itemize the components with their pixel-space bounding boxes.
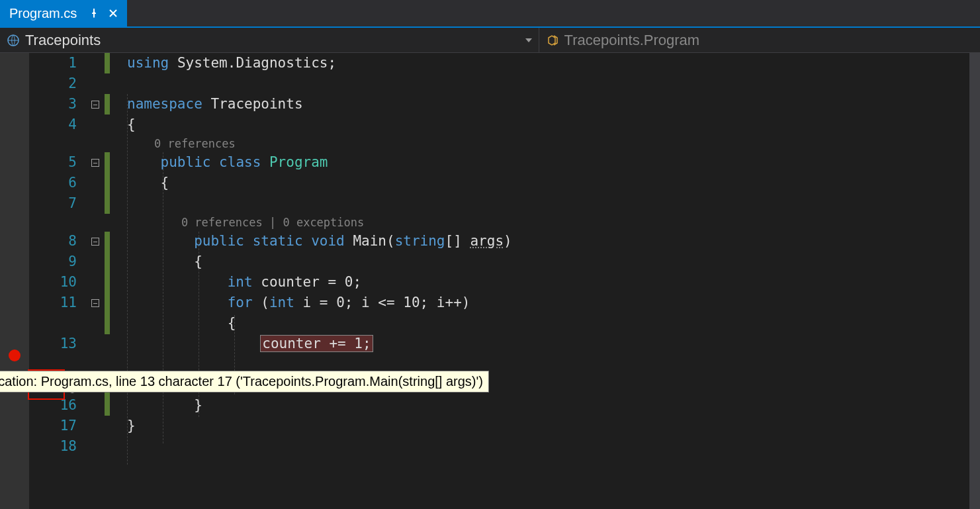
code-line[interactable]: [127, 193, 980, 214]
line-no: 3: [29, 94, 77, 115]
breakpoint-gutter[interactable]: [0, 53, 29, 509]
line-no: 17: [29, 416, 77, 436]
line-no: 11: [29, 293, 77, 313]
line-no: 13: [29, 334, 77, 354]
code-line[interactable]: {: [127, 173, 980, 193]
nav-scope-dropdown[interactable]: Tracepoints: [0, 28, 539, 52]
file-tab[interactable]: Program.cs: [0, 0, 127, 26]
code-line[interactable]: {: [127, 252, 980, 272]
line-no: 10: [29, 272, 77, 293]
editor[interactable]: 1 2 3 4 5 6 7 8 9 10 11 13 15 16 17 18: [0, 53, 980, 509]
fold-toggle-icon[interactable]: [91, 101, 99, 109]
line-no: 1: [29, 53, 77, 73]
close-icon[interactable]: [109, 9, 118, 18]
code-line[interactable]: [127, 73, 980, 94]
nav-member-text: Tracepoints.Program: [564, 32, 700, 49]
breakpoint-line-highlight: counter += 1;: [261, 336, 372, 351]
fold-toggle-icon[interactable]: [91, 299, 99, 307]
code-line[interactable]: [127, 436, 980, 457]
class-icon: [546, 34, 559, 47]
tab-title: Program.cs: [9, 6, 77, 21]
pin-icon[interactable]: [89, 8, 99, 19]
codelens[interactable]: 0 references | 0 exceptions: [127, 214, 980, 231]
vertical-scrollbar[interactable]: [969, 53, 980, 509]
code-line[interactable]: public class Program: [127, 152, 980, 173]
line-number-gutter: 1 2 3 4 5 6 7 8 9 10 11 13 15 16 17 18: [29, 53, 86, 509]
line-no: 18: [29, 436, 77, 457]
chevron-down-icon: [525, 38, 532, 42]
breakpoint-marker-icon[interactable]: [9, 349, 21, 361]
line-no: 6: [29, 173, 77, 193]
fold-gutter[interactable]: [86, 53, 105, 509]
line-no: 8: [29, 231, 77, 252]
codelens[interactable]: 0 references: [127, 135, 980, 152]
line-no: 2: [29, 73, 77, 94]
code-line[interactable]: for (int i = 0; i <= 10; i++): [127, 293, 980, 313]
code-line[interactable]: counter += 1;: [127, 334, 980, 354]
code-line[interactable]: }: [127, 395, 980, 416]
line-no: 7: [29, 193, 77, 214]
line-no: 5: [29, 152, 77, 173]
nav-member-dropdown[interactable]: Tracepoints.Program: [539, 28, 980, 52]
nav-scope-text: Tracepoints: [25, 32, 101, 49]
code-line[interactable]: public static void Main(string[] args): [127, 231, 980, 252]
breakpoint-tooltip: Location: Program.cs, line 13 character …: [0, 371, 489, 393]
line-no: 4: [29, 115, 77, 135]
nav-bar: Tracepoints Tracepoints.Program: [0, 28, 980, 53]
code-area[interactable]: using System.Diagnostics; namespace Trac…: [105, 53, 980, 509]
tooltip-text: Location: Program.cs, line 13 character …: [0, 374, 483, 389]
code-line[interactable]: {: [127, 115, 980, 135]
code-line[interactable]: namespace Tracepoints: [127, 94, 980, 115]
namespace-icon: [7, 34, 20, 47]
code-line[interactable]: using System.Diagnostics;: [127, 53, 980, 73]
fold-toggle-icon[interactable]: [91, 159, 99, 167]
line-no-spacer: [29, 214, 77, 231]
code-line[interactable]: {: [127, 313, 980, 334]
line-no-spacer: [29, 135, 77, 152]
code-line[interactable]: }: [127, 416, 980, 436]
fold-toggle-icon[interactable]: [91, 238, 99, 246]
line-no: [29, 313, 77, 334]
tab-bar: Program.cs: [0, 0, 980, 28]
line-no: 9: [29, 252, 77, 272]
code-line[interactable]: int counter = 0;: [127, 272, 980, 293]
